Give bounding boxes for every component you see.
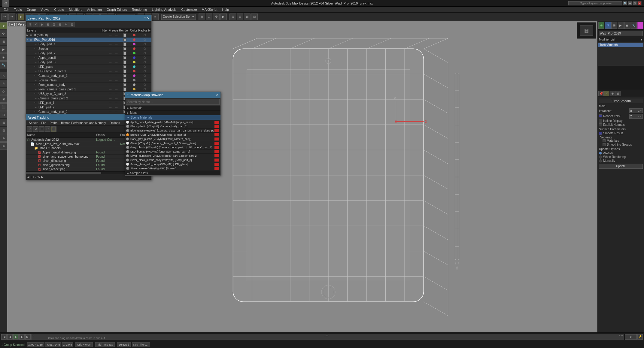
pin-stack-button[interactable]: 📌	[598, 91, 604, 96]
layer-extra-btn[interactable]: ⊠	[69, 22, 74, 27]
key-input-box[interactable]: Selected	[117, 342, 131, 347]
motion-tab[interactable]: ▶	[0, 46, 7, 53]
menu-tools[interactable]: Tools	[12, 7, 24, 13]
ts-smooth-result-checkbox[interactable]	[599, 132, 602, 135]
render-icon-default[interactable]	[123, 33, 126, 37]
mat-row-7[interactable]: LED_bornze (VRayMtl) [LED_part_1,LED_par…	[125, 150, 220, 154]
sublayer-color-dot[interactable]	[133, 61, 135, 63]
layer-row-front-camera-body[interactable]: ▶ ↪ Front_camera_body — — ⬡	[26, 83, 151, 87]
mat-row-10[interactable]: Silver_glass_with_bump (VRayMtl) [LED_gl…	[125, 162, 220, 166]
sublayer-render-icon[interactable]	[123, 56, 126, 59]
layer-row-front-camera-glass-part-1[interactable]: ▶ ↪ Front_camera_glass_part_1 — — ⬡	[26, 87, 151, 92]
extra-btn-2[interactable]: ⊟	[237, 14, 243, 20]
sublayer-render-icon[interactable]	[123, 74, 126, 77]
hierarchy-panel-tab[interactable]: ⊞	[611, 22, 617, 29]
undo-button[interactable]: ↩	[1, 14, 8, 20]
motion-panel-tab[interactable]: ▶	[618, 22, 624, 29]
sublayer-render-icon[interactable]	[123, 60, 126, 64]
mat-row-4[interactable]: Dark_grey_plastic (VRayMtl) [Front_camer…	[125, 137, 220, 141]
layer-add-selected-btn[interactable]: ⊞	[45, 22, 50, 27]
left-tool-10[interactable]: ⊗	[0, 142, 7, 150]
remove-modifier-button[interactable]: 🗑	[615, 91, 621, 96]
asset-menu-file[interactable]: File	[39, 121, 48, 125]
asset-menu-server[interactable]: Server	[27, 121, 39, 125]
layer-row-screen-glass[interactable]: ▶ ↪ Screen_glass — — ⬡	[26, 78, 151, 83]
display-tab[interactable]: ◉	[0, 53, 7, 61]
sublayer-render-icon[interactable]	[123, 65, 126, 68]
sublayer-color-dot[interactable]	[133, 52, 135, 54]
mat-row-2[interactable]: Blue_glass (VRayMtl) [Camera_glass_part_…	[125, 129, 220, 133]
display-panel-tab[interactable]: ◉	[624, 22, 630, 29]
left-tool-1[interactable]: ↖	[0, 72, 7, 79]
asset-menu-bitmap[interactable]: Bitmap Performance and Memory	[59, 121, 108, 125]
layer-delete-btn[interactable]: ✕	[33, 22, 38, 27]
ts-smoothing-groups-checkbox[interactable]	[603, 143, 606, 146]
sublayer-color-dot[interactable]	[133, 47, 135, 50]
mat-row-11[interactable]: Silver_screen (VRayLightMtl) [Screen]	[125, 166, 220, 171]
asset-large-thumb-btn[interactable]: ⬛	[51, 126, 56, 132]
sublayer-render-icon[interactable]	[123, 69, 126, 73]
menu-group[interactable]: Group	[24, 7, 38, 13]
layer-row-body-part-2[interactable]: ▶ ↪ Body_part_2 — — ⬡	[26, 51, 151, 56]
asset-list-btn[interactable]: ☰	[39, 126, 44, 132]
layer-row-body-part-1[interactable]: ▶ ↪ Body_part_1 — — ⬡	[26, 42, 151, 47]
left-tool-2[interactable]: ✎	[0, 80, 7, 87]
layer-freeze-btn[interactable]: ❄	[63, 22, 68, 27]
layer-row-body-part-3[interactable]: ▶ ↪ Body_part_3 — — ⬡	[26, 60, 151, 65]
asset-help-btn[interactable]: ?	[27, 126, 32, 132]
play-button[interactable]: ▶	[13, 334, 19, 340]
menu-modifiers[interactable]: Modifiers	[66, 7, 85, 13]
materials-section-header[interactable]: ▶ Materials	[125, 106, 220, 110]
mat-row-6[interactable]: Grey_plastic (VRayMtl) [Camera_body_part…	[125, 145, 220, 150]
layer-row-apple-pencil[interactable]: ▶ ↪ Apple_pencil — — ⬡	[26, 56, 151, 60]
ts-when-rendering-radio[interactable]	[599, 156, 602, 159]
menu-graph-editors[interactable]: Graph Editors	[104, 7, 129, 13]
sublayer-color-dot[interactable]	[133, 65, 135, 68]
layer-row-default[interactable]: ▶ ▤ 0 (default) — — ⬡	[26, 33, 151, 38]
left-tool-7[interactable]: ⊞	[0, 119, 7, 126]
menu-customize[interactable]: Customize	[179, 7, 199, 13]
layer-settings-btn[interactable]: ⚙	[27, 22, 32, 27]
frame-input[interactable]: 0	[625, 334, 637, 340]
layer-add-btn[interactable]: ⊕	[39, 22, 44, 27]
sublayer-render-icon[interactable]	[123, 47, 126, 50]
mat-row-5[interactable]: Glass (VRayMtl) [Camera_glass_part_1,Scr…	[125, 141, 220, 145]
menu-maxscript[interactable]: MAXScript	[199, 7, 220, 13]
sublayer-color-dot[interactable]	[133, 74, 135, 77]
maximize-button[interactable]: □	[633, 1, 637, 5]
render-preview[interactable]: ▦	[577, 22, 596, 39]
maps-section-header[interactable]: ▶ Maps	[125, 110, 220, 115]
left-tool-3[interactable]: ⬡	[0, 88, 7, 95]
sublayer-color-dot[interactable]	[133, 43, 135, 45]
make-unique-button[interactable]: ⊕	[610, 91, 615, 96]
select-button[interactable]: ▶	[18, 14, 24, 20]
ts-manually-radio[interactable]	[599, 159, 602, 162]
material-search-input[interactable]	[126, 99, 220, 105]
sublayer-color-dot[interactable]	[133, 88, 135, 90]
layer-select-btn[interactable]: ⊡	[51, 22, 56, 27]
mat-row-1[interactable]: Black_plastic (VRayMtl) [Camera_body_par…	[125, 124, 220, 129]
layer-manager-button[interactable]: ▤	[199, 14, 205, 20]
render-setup-button[interactable]: ⚙	[213, 14, 220, 20]
sublayer-render-icon[interactable]	[123, 83, 126, 86]
mat-row-0[interactable]: Apple_pencil_white_plastic (VRayMtl) [Ap…	[125, 120, 220, 124]
search-box[interactable]: Type a keyword or phrase	[568, 1, 622, 5]
sublayer-color-dot[interactable]	[133, 79, 135, 81]
scene-materials-section-header[interactable]: ▼ Scene Materials	[125, 115, 220, 120]
menu-lighting-analysis[interactable]: Lighting Analysis	[150, 7, 179, 13]
sublayer-render-icon[interactable]	[123, 51, 126, 55]
ts-update-button[interactable]: Update	[599, 164, 643, 169]
ts-render-iters-checkbox[interactable]	[599, 114, 602, 117]
key-mode-button[interactable]: 🔑	[637, 334, 643, 340]
modify-panel-tab[interactable]: ⚙	[605, 22, 611, 29]
modifier-color-swatch[interactable]	[637, 22, 643, 29]
extra-btn-4[interactable]: ⊡	[251, 14, 258, 20]
mat-row-3[interactable]: Bronze_USB (VRayMtl) [USB_type_C_part_2]	[125, 133, 220, 137]
go-start-button[interactable]: |◀	[1, 334, 7, 340]
align-view[interactable]: ≡	[152, 14, 159, 20]
turbosmooth-modifier[interactable]: TurboSmooth	[598, 43, 643, 47]
left-tool-8[interactable]: ⊡	[0, 127, 7, 134]
render-icon-ipad[interactable]	[123, 38, 126, 41]
asset-reload-btn[interactable]: ↺	[33, 126, 38, 132]
minimize-button[interactable]: ─	[628, 1, 632, 5]
